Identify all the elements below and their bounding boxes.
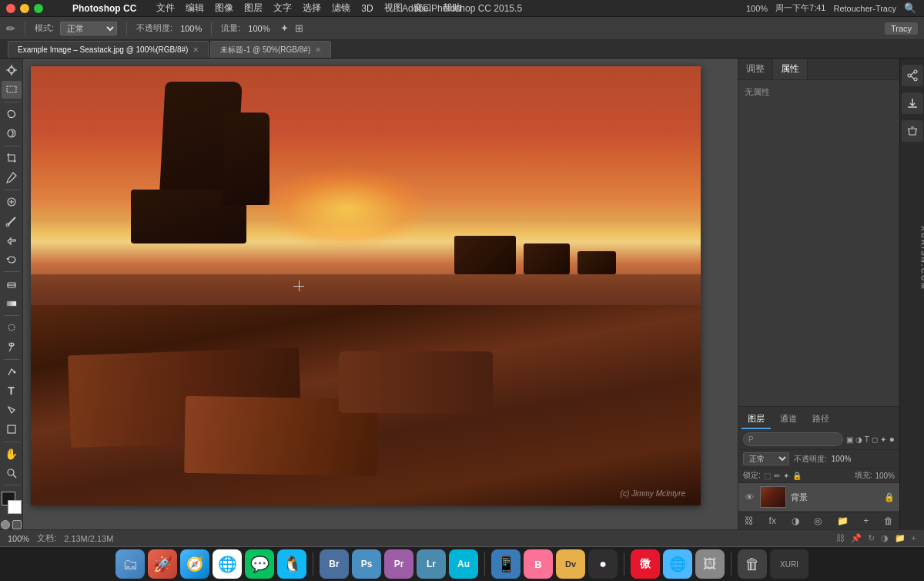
layer-adjustment-icon[interactable]: ◎: [814, 516, 822, 526]
folder-icon[interactable]: 📁: [895, 533, 906, 543]
search-icon[interactable]: 🔍: [904, 2, 916, 14]
layer-visibility-toggle[interactable]: 👁: [743, 491, 755, 503]
dock-lightroom[interactable]: Lr: [417, 549, 446, 579]
layer-link-icon[interactable]: ⛓: [745, 516, 754, 526]
share-icon-btn[interactable]: [902, 65, 923, 86]
dock-resolve[interactable]: Dv: [556, 549, 585, 579]
lock-position-icon[interactable]: ✦: [783, 472, 789, 480]
dock-photoshop[interactable]: Ps: [352, 549, 381, 579]
dock-premiere[interactable]: Pr: [384, 549, 413, 579]
pen-btn[interactable]: [2, 363, 22, 381]
canvas-area[interactable]: (c) Jimmy McIntyre: [23, 59, 738, 529]
dodge-btn[interactable]: [2, 338, 22, 356]
lock-image-icon[interactable]: ✏: [774, 472, 780, 480]
layer-fx-icon[interactable]: fx: [769, 516, 776, 526]
dock-weibo[interactable]: 微: [631, 549, 660, 579]
tab-seastack[interactable]: Example Image – Seastack.jpg @ 100%(RGB/…: [8, 41, 209, 58]
path-select-btn[interactable]: [2, 401, 22, 419]
background-color[interactable]: [8, 500, 22, 514]
menu-filter[interactable]: 滤镜: [332, 2, 350, 15]
layer-filter-toggle[interactable]: ●: [889, 434, 895, 445]
dock-audition[interactable]: Au: [449, 549, 478, 579]
mask-icon[interactable]: ◑: [881, 533, 889, 543]
dock-safari[interactable]: 🧭: [180, 549, 209, 579]
screen-mode-icon[interactable]: [12, 520, 22, 529]
download-icon-btn[interactable]: [902, 92, 923, 114]
lock-all-icon[interactable]: 🔒: [792, 472, 802, 480]
airbrush-icon[interactable]: ✦: [280, 22, 289, 34]
layer-filter-shape-icon[interactable]: ◻: [872, 435, 878, 444]
link-icon[interactable]: ⛓: [836, 533, 845, 543]
tab-channels[interactable]: 通道: [774, 410, 803, 429]
dock-wechat[interactable]: 💬: [245, 549, 274, 579]
eraser-btn[interactable]: [2, 275, 22, 293]
menu-3d[interactable]: 3D: [361, 3, 373, 14]
canvas-image[interactable]: (c) Jimmy McIntyre: [31, 66, 701, 505]
tab-properties[interactable]: 属性: [773, 59, 808, 79]
crop-tool-btn[interactable]: [2, 149, 22, 167]
dock-bilibili[interactable]: B: [524, 549, 553, 579]
dock-obs[interactable]: ●: [588, 549, 618, 579]
menu-image[interactable]: 图像: [215, 2, 233, 15]
tab-layers[interactable]: 图层: [742, 410, 771, 429]
move-tool-btn[interactable]: [2, 62, 22, 79]
blend-mode-select[interactable]: 正常 溶解 正片叠底: [60, 22, 117, 35]
brush-tool-btn[interactable]: [2, 212, 22, 230]
menu-type[interactable]: 文字: [273, 2, 292, 15]
menu-edit[interactable]: 编辑: [186, 2, 204, 15]
dock-browser[interactable]: 🌐: [663, 549, 692, 579]
menu-layer[interactable]: 图层: [244, 2, 263, 15]
quick-mask-icon[interactable]: [1, 520, 10, 529]
menu-select[interactable]: 选择: [303, 2, 321, 15]
layer-search-input[interactable]: P: [743, 432, 843, 446]
clone-stamp-btn[interactable]: [2, 231, 22, 249]
dock-gallery[interactable]: 🖼: [695, 549, 725, 579]
dock-finder[interactable]: 🗂: [116, 549, 145, 579]
marquee-tool-btn[interactable]: [2, 81, 22, 99]
layer-delete-icon[interactable]: 🗑: [884, 516, 893, 526]
dock-launchpad[interactable]: 🚀: [148, 549, 177, 579]
layer-filter-pixel-icon[interactable]: ▣: [846, 435, 853, 444]
hand-btn[interactable]: ✋: [2, 445, 22, 463]
zoom-btn[interactable]: [2, 464, 22, 482]
layer-filter-type-icon[interactable]: T: [865, 435, 869, 444]
app-name-label[interactable]: Photoshop CC: [72, 3, 136, 14]
tab-close-untitled[interactable]: ✕: [315, 45, 321, 54]
layer-mask-icon[interactable]: ◑: [792, 516, 799, 526]
menu-view[interactable]: 视图: [384, 2, 403, 15]
shape-btn[interactable]: [2, 421, 22, 438]
text-btn[interactable]: T: [2, 382, 22, 400]
lasso-tool-btn[interactable]: [2, 106, 22, 123]
tab-paths[interactable]: 路径: [806, 410, 835, 429]
trash-icon-btn[interactable]: [902, 120, 923, 142]
healing-brush-btn[interactable]: [2, 193, 22, 210]
menu-file[interactable]: 文件: [156, 2, 175, 15]
dock-qq[interactable]: 🐧: [277, 549, 306, 579]
quick-select-btn[interactable]: [2, 125, 22, 143]
smoothing-icon[interactable]: ⊞: [295, 22, 303, 34]
dock-trash[interactable]: 🗑: [738, 549, 767, 579]
gradient-btn[interactable]: [2, 294, 22, 312]
layer-blend-mode-select[interactable]: 正常 溶解 正片叠底: [743, 452, 789, 465]
close-button[interactable]: [6, 4, 15, 13]
color-picker[interactable]: [2, 492, 22, 514]
dock-chrome[interactable]: 🌐: [213, 549, 242, 579]
pin-icon[interactable]: 📌: [851, 533, 862, 543]
layer-new-icon[interactable]: +: [863, 516, 869, 526]
layer-group-icon[interactable]: 📁: [837, 516, 849, 526]
add-panel-icon[interactable]: +: [912, 533, 916, 543]
dock-bridge[interactable]: Br: [320, 549, 349, 579]
dock-app1[interactable]: 📱: [491, 549, 521, 579]
layer-filter-adjust-icon[interactable]: ◑: [855, 435, 862, 444]
layer-filter-smart-icon[interactable]: ✦: [880, 435, 886, 444]
tab-untitled[interactable]: 未标题-1 @ 50%(RGB/8#) ✕: [210, 41, 331, 58]
lock-transparency-icon[interactable]: ⬚: [764, 472, 771, 480]
eyedropper-btn[interactable]: [2, 169, 22, 186]
minimize-button[interactable]: [20, 4, 29, 13]
history-brush-btn[interactable]: [2, 250, 22, 268]
tab-close-seastack[interactable]: ✕: [192, 45, 199, 54]
tab-adjustments[interactable]: 调整: [738, 59, 773, 79]
layer-item-background[interactable]: 👁 背景 🔒: [738, 483, 899, 512]
fullscreen-button[interactable]: [34, 4, 43, 13]
rotate-icon[interactable]: ↻: [868, 533, 875, 543]
